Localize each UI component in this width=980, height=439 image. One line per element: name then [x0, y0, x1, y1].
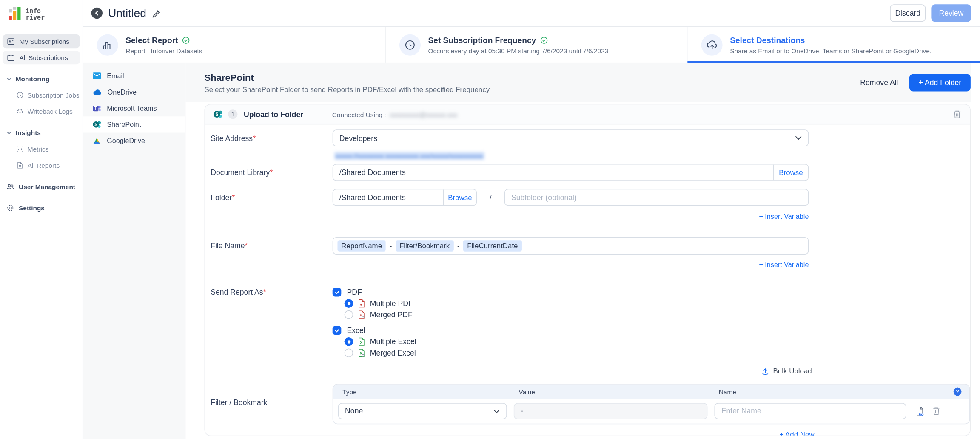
- destinations-panel: Email OneDrive T Microsoft Teams S: [83, 63, 185, 439]
- teams-icon: T: [92, 104, 101, 112]
- sidebar-item-metrics[interactable]: Metrics: [3, 142, 80, 156]
- step-select-destinations[interactable]: Select Destinations Share as Email or to…: [687, 27, 980, 63]
- sidebar-section-insights[interactable]: Insights: [3, 126, 80, 139]
- merged-pdf-label: Merged PDF: [370, 310, 413, 319]
- insert-variable-link[interactable]: + Insert Variable: [759, 261, 809, 269]
- destination-onedrive[interactable]: OneDrive: [83, 84, 185, 100]
- send-report-as-label: Send Report As*: [211, 288, 333, 357]
- review-button[interactable]: Review: [931, 4, 971, 22]
- destination-email[interactable]: Email: [83, 68, 185, 84]
- bulk-upload-label: Bulk Upload: [773, 367, 812, 375]
- sharepoint-icon: S: [92, 120, 101, 129]
- chevron-down-icon: [795, 136, 802, 140]
- step-set-frequency[interactable]: Set Subscription Frequency Occurs every …: [386, 27, 688, 63]
- filter-table-row: None -: [333, 399, 969, 424]
- document-library-row: Document Library* /Shared Documents Brow…: [211, 164, 970, 181]
- back-button[interactable]: [91, 8, 103, 19]
- add-folder-button[interactable]: + Add Folder: [909, 74, 971, 91]
- report-file-icon: [16, 161, 24, 169]
- sidebar-item-user-management[interactable]: User Management: [3, 180, 80, 193]
- chevron-down-icon: [493, 409, 500, 413]
- chevron-left-icon: [94, 10, 100, 17]
- destination-label: SharePoint: [107, 121, 141, 129]
- check-circle-icon: [182, 36, 190, 44]
- multiple-pdf-radio[interactable]: [345, 299, 353, 308]
- destination-header: SharePoint Select your SharePoint Folder…: [185, 63, 980, 102]
- merged-pdf-radio[interactable]: [345, 310, 353, 319]
- insert-variable-link[interactable]: + Insert Variable: [759, 213, 809, 221]
- filter-value-field: -: [514, 403, 708, 419]
- brand-wordmark: info river: [26, 7, 44, 20]
- edit-pencil-icon[interactable]: [152, 9, 161, 18]
- sidebar-item-subscription-jobs[interactable]: Subscription Jobs: [3, 88, 80, 102]
- connected-using-label: Connected Using :: [332, 110, 386, 118]
- connected-account-redacted: xxxxxxxxx@xxxxxx.xxx: [390, 110, 457, 118]
- filter-type-value: None: [345, 407, 493, 416]
- scrollbar-gutter[interactable]: [971, 63, 980, 439]
- sidebar-section-label: Monitoring: [16, 75, 50, 83]
- upload-folder-row: S 1 Upload to Folder Connected Using : x…: [205, 104, 970, 124]
- step-title: Set Subscription Frequency: [428, 35, 536, 45]
- bulk-upload-button[interactable]: Bulk Upload: [211, 367, 849, 376]
- trash-icon[interactable]: [952, 109, 962, 119]
- pdf-checkbox[interactable]: [333, 288, 342, 297]
- file-name-token[interactable]: Filter/Bookmark: [396, 240, 453, 251]
- trash-icon[interactable]: [932, 406, 941, 416]
- top-bar: Untitled Discard Review: [83, 0, 980, 27]
- metrics-chart-icon: [16, 145, 24, 153]
- sidebar-item-label: User Management: [19, 183, 75, 190]
- merged-excel-radio[interactable]: [345, 348, 353, 357]
- add-new-link[interactable]: + Add New: [779, 430, 814, 436]
- file-name-token[interactable]: ReportName: [337, 240, 385, 251]
- merged-excel-label: Merged Excel: [370, 348, 416, 357]
- subfolder-input[interactable]: [504, 189, 809, 206]
- destination-microsoft-teams[interactable]: T Microsoft Teams: [83, 100, 185, 116]
- clock-icon: [399, 34, 421, 55]
- file-name-input[interactable]: ReportName - Filter/Bookmark - FileCurre…: [333, 237, 809, 255]
- check-icon: [334, 290, 339, 295]
- check-circle-icon: [540, 36, 548, 44]
- pdf-merged-file-icon: [357, 310, 365, 319]
- sidebar-item-label: My Subscriptions: [20, 37, 69, 45]
- filter-bookmark-label: Filter / Bookmark: [211, 398, 333, 407]
- sidebar-item-my-subscriptions[interactable]: My Subscriptions: [3, 34, 80, 48]
- remove-all-button[interactable]: Remove All: [860, 78, 898, 87]
- send-report-as-row: Send Report As* PDF: [211, 288, 970, 357]
- document-library-browse-button[interactable]: Browse: [774, 164, 808, 180]
- sidebar-item-all-reports[interactable]: All Reports: [3, 158, 80, 172]
- document-library-value[interactable]: /Shared Documents: [333, 164, 774, 180]
- sidebar-section-label: Insights: [16, 129, 41, 137]
- site-address-select[interactable]: Developers: [333, 129, 809, 146]
- preview-file-icon[interactable]: [915, 406, 925, 416]
- cloud-upload-icon: [701, 34, 723, 55]
- sharepoint-icon: S: [213, 109, 222, 119]
- destination-sharepoint[interactable]: S SharePoint: [83, 116, 185, 132]
- sidebar-item-settings[interactable]: Settings: [3, 201, 80, 215]
- excel-checkbox[interactable]: [333, 326, 342, 335]
- pdf-file-icon: [357, 299, 365, 308]
- help-icon[interactable]: ?: [953, 387, 962, 396]
- check-icon: [334, 327, 339, 333]
- destination-title: SharePoint: [204, 72, 860, 83]
- discard-button[interactable]: Discard: [890, 4, 926, 22]
- destination-googledrive[interactable]: GoogleDrive: [83, 133, 185, 149]
- upload-folder-card: S 1 Upload to Folder Connected Using : x…: [204, 104, 970, 436]
- destination-label: Email: [107, 72, 124, 80]
- cloud-upload-icon: [16, 108, 24, 115]
- step-title: Select Destinations: [730, 35, 805, 45]
- sidebar-item-all-subscriptions[interactable]: All Subscriptions: [3, 51, 80, 64]
- folder-value[interactable]: /Shared Documents: [333, 189, 444, 205]
- multiple-excel-radio[interactable]: [345, 337, 353, 346]
- app-window: info river My Subscriptions All Subscrip…: [0, 0, 980, 439]
- filter-name-input[interactable]: [715, 403, 906, 419]
- step-select-report[interactable]: Select Report Report : Inforiver Dataset…: [83, 27, 385, 63]
- filter-type-select[interactable]: None: [338, 403, 507, 419]
- sidebar-section-monitoring[interactable]: Monitoring: [3, 72, 80, 86]
- chevron-down-icon: [6, 76, 12, 82]
- folder-browse-button[interactable]: Browse: [444, 194, 476, 201]
- step-subtitle: Report : Inforiver Datasets: [125, 46, 202, 54]
- sidebar-item-writeback-logs[interactable]: Writeback Logs: [3, 104, 80, 118]
- email-icon: [92, 72, 101, 80]
- file-name-token[interactable]: FileCurrentDate: [463, 240, 521, 251]
- folder-index-badge: 1: [228, 109, 237, 119]
